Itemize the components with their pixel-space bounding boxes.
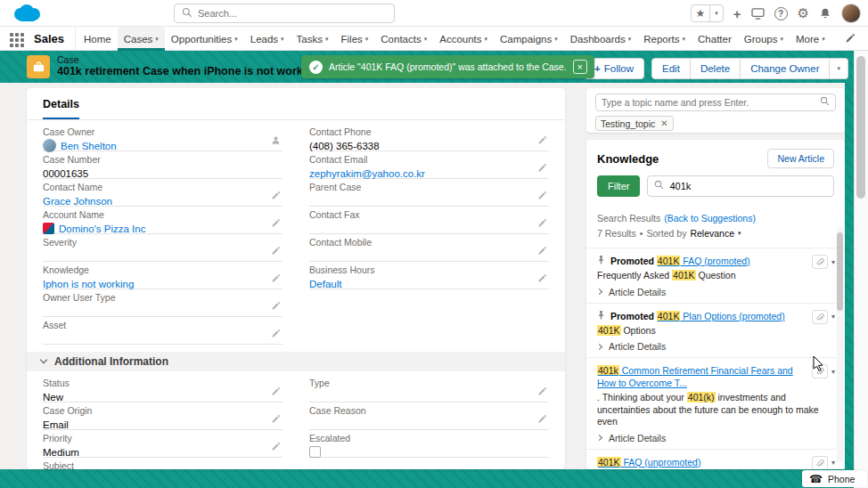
edit-field-icon[interactable] [537, 218, 547, 228]
attach-article-button[interactable] [812, 456, 828, 470]
knowledge-search[interactable] [647, 175, 834, 197]
contact-name-link[interactable]: Grace Johnson [43, 196, 112, 207]
edit-nav-pencil-icon[interactable] [845, 33, 856, 46]
result-menu-caret-icon[interactable]: ▾ [830, 368, 837, 376]
tab-home[interactable]: Home [78, 27, 118, 51]
chevron-down-icon[interactable]: ▾ [822, 36, 825, 43]
edit-button[interactable]: Edit [651, 58, 691, 79]
edit-field-icon[interactable] [271, 218, 281, 228]
contact-email-link[interactable]: zephyrakim@yahoo.co.kr [309, 168, 425, 179]
edit-field-icon[interactable] [271, 301, 281, 311]
tab-groups[interactable]: Groups▾ [738, 27, 790, 51]
article-details-toggle[interactable]: Article Details [597, 287, 834, 297]
edit-field-icon[interactable] [537, 246, 547, 256]
chevron-down-icon[interactable]: ▾ [554, 36, 558, 43]
more-actions-caret-button[interactable]: ▾ [830, 58, 848, 79]
topic-input[interactable] [602, 97, 815, 108]
global-search[interactable] [174, 4, 395, 23]
edit-field-icon[interactable] [271, 442, 281, 451]
attach-article-button[interactable] [812, 364, 828, 378]
business-hours-link[interactable]: Default [309, 279, 341, 289]
toast-close-icon[interactable]: × [573, 60, 587, 74]
edit-field-icon[interactable] [537, 163, 547, 173]
escalated-checkbox[interactable] [309, 446, 321, 458]
tab-files[interactable]: Files▾ [335, 27, 375, 51]
tab-opportunities[interactable]: Opportunities▾ [165, 27, 244, 51]
tab-dashboards[interactable]: Dashboards▾ [564, 27, 638, 51]
tab-campaigns[interactable]: Campaigns▾ [494, 27, 564, 51]
article-title-link[interactable]: 401K Plan Options (promoted) [657, 311, 785, 321]
attach-article-button[interactable] [812, 255, 828, 269]
delete-button[interactable]: Delete [691, 58, 741, 79]
edit-field-icon[interactable] [271, 386, 281, 396]
tab-chatter[interactable]: Chatter [692, 27, 738, 51]
filter-button[interactable]: Filter [597, 175, 640, 197]
new-article-button[interactable]: New Article [767, 149, 834, 168]
chevron-down-icon[interactable]: ▾ [628, 36, 632, 43]
edit-field-icon[interactable] [537, 191, 547, 200]
chevron-down-icon[interactable]: ▾ [781, 36, 784, 43]
edit-field-icon[interactable] [271, 191, 281, 200]
additional-information-section-header[interactable]: Additional Information [27, 352, 565, 371]
result-menu-caret-icon[interactable]: ▾ [830, 459, 837, 467]
chevron-down-icon[interactable]: ▾ [365, 36, 369, 43]
favorites-caret-icon[interactable]: ▾ [709, 5, 723, 21]
topic-chip[interactable]: Testing_topic ✕ [595, 116, 674, 131]
change-owner-button[interactable]: Change Owner [741, 58, 830, 79]
chevron-down-icon[interactable]: ▾ [485, 36, 488, 43]
chevron-down-icon[interactable]: ▾ [325, 36, 329, 43]
global-search-input[interactable] [198, 8, 387, 19]
article-details-toggle[interactable]: Article Details [597, 341, 834, 352]
tab-reports[interactable]: Reports▾ [637, 27, 692, 51]
article-title-link[interactable]: 401K FAQ (unpromoted) [597, 457, 700, 468]
account-name-link[interactable]: Domino's Pizza Inc [59, 224, 145, 234]
notifications-bell-icon[interactable] [819, 7, 831, 20]
attach-article-button[interactable] [812, 310, 828, 324]
tab-contacts[interactable]: Contacts▾ [374, 27, 433, 51]
tab-tasks[interactable]: Tasks▾ [291, 27, 335, 51]
knowledge-search-input[interactable] [669, 181, 827, 191]
back-to-suggestions-link[interactable]: (Back to Suggestions) [664, 213, 756, 224]
chevron-down-icon[interactable]: ▾ [281, 36, 284, 43]
help-icon[interactable]: ? [774, 7, 788, 20]
guidance-icon[interactable] [751, 8, 765, 20]
tab-cases[interactable]: Cases▾ [118, 27, 165, 51]
tab-leads[interactable]: Leads▾ [244, 27, 291, 51]
article-title-link[interactable]: 401K FAQ (promoted) [657, 256, 750, 266]
chevron-down-icon[interactable]: ▾ [683, 36, 686, 43]
knowledge-link[interactable]: Iphon is not working [43, 279, 134, 289]
article-title-link[interactable]: 401k Common Retirement Financial Fears a… [597, 365, 793, 388]
knowledge-scrollbar[interactable] [837, 227, 843, 462]
edit-field-icon[interactable] [271, 414, 281, 424]
edit-field-icon[interactable] [537, 386, 547, 396]
edit-field-icon[interactable] [271, 246, 281, 256]
edit-field-icon[interactable] [271, 273, 281, 283]
edit-field-icon[interactable] [271, 329, 281, 338]
app-launcher-icon[interactable] [10, 33, 24, 47]
result-menu-caret-icon[interactable]: ▾ [830, 313, 837, 321]
edit-field-icon[interactable] [537, 414, 547, 424]
tab-more[interactable]: More▾ [790, 27, 831, 51]
favorites-control[interactable]: ★ ▾ [691, 4, 724, 22]
chevron-down-icon[interactable]: ▾ [424, 36, 428, 43]
scrollbar-thumb[interactable] [856, 56, 865, 199]
scrollbar-thumb[interactable] [837, 232, 843, 311]
chevron-down-icon[interactable]: ▾ [155, 36, 159, 43]
chevron-down-icon[interactable]: ▾ [234, 36, 238, 43]
topic-input-wrapper[interactable] [595, 94, 836, 111]
edit-field-icon[interactable] [537, 273, 547, 283]
tab-accounts[interactable]: Accounts▾ [433, 27, 494, 51]
sort-value[interactable]: Relevance [690, 228, 734, 239]
article-details-toggle[interactable]: Article Details [597, 433, 834, 443]
user-avatar[interactable] [841, 4, 861, 23]
edit-field-icon[interactable] [537, 135, 547, 145]
setup-gear-icon[interactable]: ⚙ [798, 5, 809, 21]
global-add-icon[interactable]: + [733, 6, 741, 21]
result-menu-caret-icon[interactable]: ▾ [830, 258, 837, 266]
chevron-down-icon[interactable]: ▾ [738, 230, 741, 237]
case-owner-link[interactable]: Ben Shelton [61, 141, 117, 151]
favorites-star-icon[interactable]: ★ [692, 5, 710, 21]
change-owner-icon[interactable] [271, 135, 281, 145]
remove-topic-icon[interactable]: ✕ [660, 118, 667, 128]
utility-phone-button[interactable]: ☎ Phone [802, 470, 867, 487]
